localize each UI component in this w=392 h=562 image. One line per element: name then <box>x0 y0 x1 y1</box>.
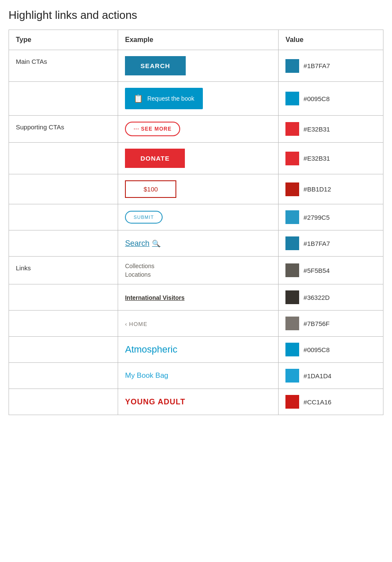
table-row: Links Collections Locations #5F5B54 <box>9 257 383 284</box>
submit-button[interactable]: SUBMIT <box>125 211 163 224</box>
color-swatch-0095c8 <box>285 92 299 105</box>
home-label: HOME <box>129 321 148 327</box>
table-row: SUBMIT #2799C5 <box>9 204 383 230</box>
color-hex-2799c5: #2799C5 <box>303 214 330 221</box>
search-link-label: Search <box>125 239 149 248</box>
color-hex-e32b31-1: #E32B31 <box>303 126 330 133</box>
color-hex-1b7fa7: #1B7FA7 <box>303 62 330 69</box>
see-more-button[interactable]: ··· SEE MORE <box>125 122 180 136</box>
color-hex-5f5b54: #5F5B54 <box>303 267 330 274</box>
color-swatch-1da1d4 <box>285 369 299 383</box>
search-magnifier-icon: 🔍 <box>152 239 160 248</box>
book-icon: 📋 <box>134 94 143 103</box>
type-supporting-ctas: Supporting CTAs <box>9 116 118 143</box>
color-swatch-36322d <box>285 290 299 304</box>
chevron-left-icon: ‹ <box>125 321 127 327</box>
example-atmospheric: Atmospheric <box>118 337 279 363</box>
color-hex-0095c8-2: #0095C8 <box>303 346 330 353</box>
value-search-link: #1B7FA7 <box>279 230 383 257</box>
col-header-type: Type <box>9 30 118 50</box>
type-links: Links <box>9 257 118 284</box>
nav-links-container: Collections Locations <box>125 263 271 278</box>
type-empty-8 <box>9 337 118 363</box>
color-hex-cc1a16: #CC1A16 <box>303 398 331 406</box>
type-empty-10 <box>9 389 118 415</box>
atmospheric-link[interactable]: Atmospheric <box>125 344 177 355</box>
table-row: International Visitors #36322D <box>9 284 383 311</box>
color-swatch-e32b31-1 <box>285 122 299 136</box>
international-visitors-link[interactable]: International Visitors <box>125 294 184 301</box>
col-header-value: Value <box>279 30 383 50</box>
value-intl: #36322D <box>279 284 383 311</box>
type-empty-5 <box>9 230 118 257</box>
color-swatch-e32b31-2 <box>285 152 299 165</box>
example-young-adult: YOUNG ADULT <box>118 389 279 415</box>
type-empty-6 <box>9 284 118 311</box>
example-submit: SUBMIT <box>118 204 279 230</box>
color-hex-1da1d4: #1DA1D4 <box>303 372 331 380</box>
color-hex-e32b31-2: #E32B31 <box>303 155 330 162</box>
value-search: #1B7FA7 <box>279 50 383 82</box>
color-hex-36322d: #36322D <box>303 294 330 301</box>
table-row: My Book Bag #1DA1D4 <box>9 363 383 389</box>
color-swatch-1b7fa7 <box>285 59 299 73</box>
value-home: #7B756F <box>279 311 383 337</box>
example-nav-links: Collections Locations <box>118 257 279 284</box>
value-request: #0095C8 <box>279 82 383 116</box>
value-young-adult: #CC1A16 <box>279 389 383 415</box>
type-empty-9 <box>9 363 118 389</box>
color-swatch-5f5b54 <box>285 263 299 277</box>
col-header-example: Example <box>118 30 279 50</box>
value-dollar: #BB1D12 <box>279 174 383 204</box>
color-hex-0095c8: #0095C8 <box>303 95 330 102</box>
example-search: SEARCH <box>118 50 279 82</box>
color-swatch-2799c5 <box>285 210 299 224</box>
locations-link[interactable]: Locations <box>125 271 271 278</box>
color-swatch-7b756f <box>285 317 299 330</box>
table-row: Main CTAs SEARCH #1B7FA7 <box>9 50 383 82</box>
table-row: 📋 Request the book #0095C8 <box>9 82 383 116</box>
example-see-more: ··· SEE MORE <box>118 116 279 143</box>
donate-button[interactable]: DONATE <box>125 149 185 168</box>
example-dollar <box>118 174 279 204</box>
page-title: Highlight links and actions <box>9 9 383 22</box>
request-book-label: Request the book <box>147 95 194 102</box>
value-see-more: #E32B31 <box>279 116 383 143</box>
request-book-button[interactable]: 📋 Request the book <box>125 88 203 109</box>
home-breadcrumb[interactable]: ‹ HOME <box>125 321 147 327</box>
color-swatch-0095c8-2 <box>285 343 299 356</box>
example-intl: International Visitors <box>118 284 279 311</box>
table-row: #BB1D12 <box>9 174 383 204</box>
value-donate: #E32B31 <box>279 143 383 174</box>
table-row: ‹ HOME #7B756F <box>9 311 383 337</box>
table-row: YOUNG ADULT #CC1A16 <box>9 389 383 415</box>
color-hex-bb1d12: #BB1D12 <box>303 185 331 193</box>
example-bookbag: My Book Bag <box>118 363 279 389</box>
type-empty-3 <box>9 174 118 204</box>
color-hex-7b756f: #7B756F <box>303 320 330 327</box>
example-request: 📋 Request the book <box>118 82 279 116</box>
table-row: Atmospheric #0095C8 <box>9 337 383 363</box>
search-link[interactable]: Search 🔍 <box>125 239 160 248</box>
my-book-bag-link[interactable]: My Book Bag <box>125 371 168 380</box>
search-button[interactable]: SEARCH <box>125 56 185 75</box>
example-search-link: Search 🔍 <box>118 230 279 257</box>
type-empty-1 <box>9 82 118 116</box>
table-row: Search 🔍 #1B7FA7 <box>9 230 383 257</box>
color-swatch-cc1a16 <box>285 395 299 409</box>
dollar-input[interactable] <box>125 180 176 198</box>
collections-link[interactable]: Collections <box>125 263 271 269</box>
color-swatch-1b7fa7-2 <box>285 236 299 250</box>
highlight-table: Type Example Value Main CTAs SEARCH #1B7… <box>9 30 383 415</box>
type-empty-2 <box>9 143 118 174</box>
example-donate: DONATE <box>118 143 279 174</box>
young-adult-link[interactable]: YOUNG ADULT <box>125 398 185 406</box>
table-row: DONATE #E32B31 <box>9 143 383 174</box>
example-home: ‹ HOME <box>118 311 279 337</box>
color-swatch-bb1d12 <box>285 182 299 196</box>
value-atmospheric: #0095C8 <box>279 337 383 363</box>
value-nav-links: #5F5B54 <box>279 257 383 284</box>
color-hex-1b7fa7-2: #1B7FA7 <box>303 240 330 247</box>
value-submit: #2799C5 <box>279 204 383 230</box>
value-bookbag: #1DA1D4 <box>279 363 383 389</box>
